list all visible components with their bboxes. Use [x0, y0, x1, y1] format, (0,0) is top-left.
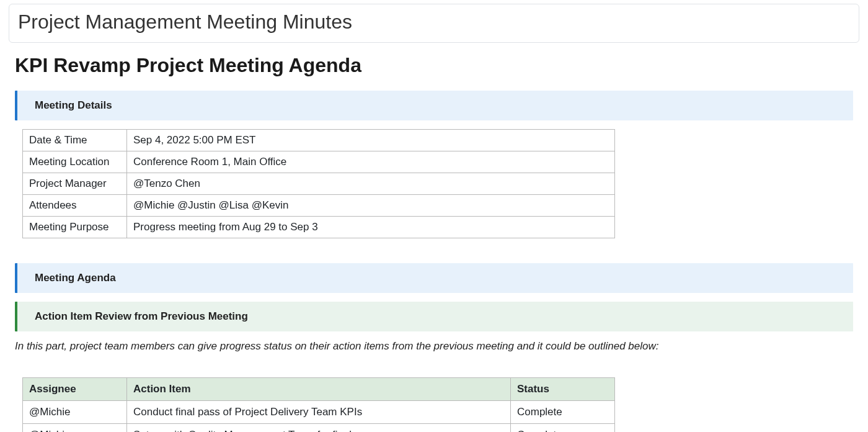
meeting-details-table: Date & Time Sep 4, 2022 5:00 PM EST Meet… — [22, 129, 615, 238]
cell-action: Conduct final pass of Project Delivery T… — [127, 401, 511, 424]
detail-value: @Tenzo Chen — [127, 173, 615, 195]
detail-value: Progress meeting from Aug 29 to Sep 3 — [127, 217, 615, 238]
col-action-header: Action Item — [127, 378, 511, 401]
detail-label: Attendees — [23, 195, 127, 217]
detail-label: Meeting Purpose — [23, 217, 127, 238]
page-root: Project Management Meeting Minutes KPI R… — [0, 4, 868, 432]
table-row: Meeting Location Conference Room 1, Main… — [23, 151, 615, 173]
cell-action: Set up with Quality Management Team for … — [127, 424, 511, 433]
detail-label: Meeting Location — [23, 151, 127, 173]
cell-status: Complete — [511, 424, 615, 433]
detail-value: Conference Room 1, Main Office — [127, 151, 615, 173]
cell-assignee: @Michie — [23, 424, 127, 433]
page-heading: KPI Revamp Project Meeting Agenda — [15, 54, 853, 77]
detail-label: Date & Time — [23, 130, 127, 151]
section-meeting-agenda: Meeting Agenda — [15, 263, 853, 293]
table-row: Project Manager @Tenzo Chen — [23, 173, 615, 195]
cell-status: Complete — [511, 401, 615, 424]
section-meeting-details: Meeting Details — [15, 91, 853, 120]
table-row: Meeting Purpose Progress meeting from Au… — [23, 217, 615, 238]
detail-value: Sep 4, 2022 5:00 PM EST — [127, 130, 615, 151]
table-row: Attendees @Michie @Justin @Lisa @Kevin — [23, 195, 615, 217]
detail-label: Project Manager — [23, 173, 127, 195]
document-title: Project Management Meeting Minutes — [18, 11, 850, 34]
section-label: Meeting Details — [35, 99, 112, 111]
action-review-note: In this part, project team members can g… — [15, 340, 853, 353]
section-action-review: Action Item Review from Previous Meeting — [15, 302, 853, 331]
col-assignee-header: Assignee — [23, 378, 127, 401]
section-label: Action Item Review from Previous Meeting — [35, 310, 248, 322]
table-row: @Michie Set up with Quality Management T… — [23, 424, 615, 433]
table-header-row: Assignee Action Item Status — [23, 378, 615, 401]
detail-value: @Michie @Justin @Lisa @Kevin — [127, 195, 615, 217]
title-card: Project Management Meeting Minutes — [9, 4, 859, 43]
table-row: Date & Time Sep 4, 2022 5:00 PM EST — [23, 130, 615, 151]
table-row: @Michie Conduct final pass of Project De… — [23, 401, 615, 424]
section-label: Meeting Agenda — [35, 272, 116, 284]
cell-assignee: @Michie — [23, 401, 127, 424]
col-status-header: Status — [511, 378, 615, 401]
main-content: KPI Revamp Project Meeting Agenda Meetin… — [6, 54, 862, 432]
action-items-table: Assignee Action Item Status @Michie Cond… — [22, 377, 615, 432]
